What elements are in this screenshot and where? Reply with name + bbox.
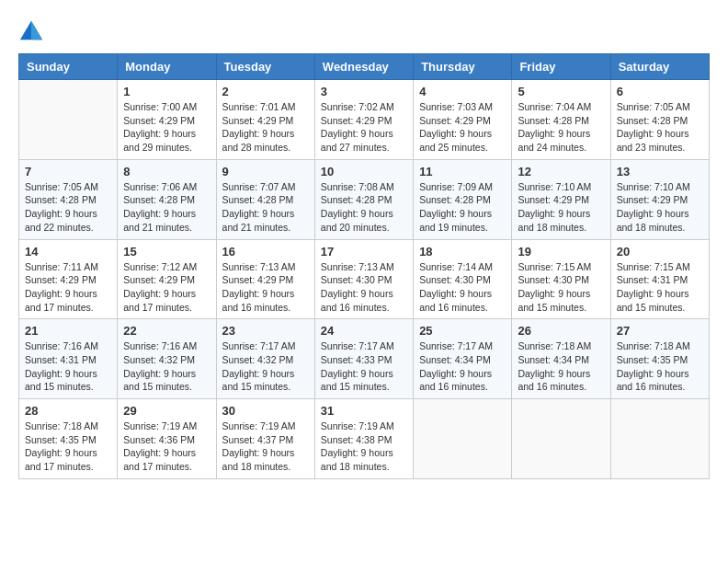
day-info: Sunrise: 7:01 AM Sunset: 4:29 PM Dayligh… <box>222 100 309 155</box>
logo-icon <box>18 18 44 44</box>
day-cell <box>19 80 118 160</box>
day-number: 20 <box>617 245 703 259</box>
day-number: 22 <box>123 324 210 338</box>
day-number: 9 <box>222 165 309 178</box>
day-cell: 29Sunrise: 7:19 AM Sunset: 4:36 PM Dayli… <box>118 399 216 479</box>
week-row-1: 1Sunrise: 7:00 AM Sunset: 4:29 PM Daylig… <box>19 80 710 160</box>
day-info: Sunrise: 7:19 AM Sunset: 4:37 PM Dayligh… <box>222 419 309 474</box>
day-cell <box>414 399 512 479</box>
day-number: 14 <box>25 245 111 259</box>
day-cell: 5Sunrise: 7:04 AM Sunset: 4:28 PM Daylig… <box>512 80 610 160</box>
day-info: Sunrise: 7:07 AM Sunset: 4:28 PM Dayligh… <box>222 180 309 235</box>
day-cell: 11Sunrise: 7:09 AM Sunset: 4:28 PM Dayli… <box>414 159 512 239</box>
day-info: Sunrise: 7:12 AM Sunset: 4:29 PM Dayligh… <box>123 260 210 315</box>
day-cell: 23Sunrise: 7:17 AM Sunset: 4:32 PM Dayli… <box>216 319 314 399</box>
day-info: Sunrise: 7:05 AM Sunset: 4:28 PM Dayligh… <box>617 100 703 155</box>
day-number: 5 <box>518 85 604 98</box>
day-info: Sunrise: 7:15 AM Sunset: 4:31 PM Dayligh… <box>617 260 703 315</box>
header-cell-monday: Monday <box>118 54 216 80</box>
day-cell: 20Sunrise: 7:15 AM Sunset: 4:31 PM Dayli… <box>610 239 709 319</box>
day-cell: 24Sunrise: 7:17 AM Sunset: 4:33 PM Dayli… <box>314 319 413 399</box>
day-cell: 26Sunrise: 7:18 AM Sunset: 4:34 PM Dayli… <box>512 319 610 399</box>
day-info: Sunrise: 7:19 AM Sunset: 4:38 PM Dayligh… <box>321 419 407 474</box>
day-number: 7 <box>25 165 111 178</box>
day-number: 4 <box>419 85 506 98</box>
day-info: Sunrise: 7:06 AM Sunset: 4:28 PM Dayligh… <box>123 180 210 235</box>
day-info: Sunrise: 7:09 AM Sunset: 4:28 PM Dayligh… <box>419 180 506 235</box>
day-cell: 28Sunrise: 7:18 AM Sunset: 4:35 PM Dayli… <box>19 399 118 479</box>
day-cell: 4Sunrise: 7:03 AM Sunset: 4:29 PM Daylig… <box>414 80 512 160</box>
day-info: Sunrise: 7:10 AM Sunset: 4:29 PM Dayligh… <box>518 180 604 235</box>
week-row-5: 28Sunrise: 7:18 AM Sunset: 4:35 PM Dayli… <box>19 399 710 479</box>
day-number: 19 <box>518 245 604 259</box>
day-info: Sunrise: 7:18 AM Sunset: 4:35 PM Dayligh… <box>25 419 111 474</box>
day-number: 6 <box>617 85 703 98</box>
day-cell: 15Sunrise: 7:12 AM Sunset: 4:29 PM Dayli… <box>118 239 216 319</box>
day-number: 31 <box>321 404 407 418</box>
day-info: Sunrise: 7:18 AM Sunset: 4:35 PM Dayligh… <box>617 339 703 394</box>
day-info: Sunrise: 7:00 AM Sunset: 4:29 PM Dayligh… <box>123 100 210 155</box>
day-cell: 6Sunrise: 7:05 AM Sunset: 4:28 PM Daylig… <box>610 80 709 160</box>
day-cell: 8Sunrise: 7:06 AM Sunset: 4:28 PM Daylig… <box>118 159 216 239</box>
logo <box>18 18 48 44</box>
day-number: 18 <box>419 245 506 259</box>
day-cell: 18Sunrise: 7:14 AM Sunset: 4:30 PM Dayli… <box>414 239 512 319</box>
day-cell: 17Sunrise: 7:13 AM Sunset: 4:30 PM Dayli… <box>314 239 413 319</box>
day-cell: 27Sunrise: 7:18 AM Sunset: 4:35 PM Dayli… <box>610 319 709 399</box>
day-info: Sunrise: 7:13 AM Sunset: 4:29 PM Dayligh… <box>222 260 309 315</box>
day-cell: 10Sunrise: 7:08 AM Sunset: 4:28 PM Dayli… <box>314 159 413 239</box>
day-number: 8 <box>123 165 210 178</box>
day-cell: 3Sunrise: 7:02 AM Sunset: 4:29 PM Daylig… <box>314 80 413 160</box>
day-cell: 9Sunrise: 7:07 AM Sunset: 4:28 PM Daylig… <box>216 159 314 239</box>
day-info: Sunrise: 7:14 AM Sunset: 4:30 PM Dayligh… <box>419 260 506 315</box>
day-cell: 19Sunrise: 7:15 AM Sunset: 4:30 PM Dayli… <box>512 239 610 319</box>
header-cell-wednesday: Wednesday <box>314 54 413 80</box>
calendar-header: SundayMondayTuesdayWednesdayThursdayFrid… <box>19 54 710 80</box>
header-cell-sunday: Sunday <box>19 54 118 80</box>
day-cell: 2Sunrise: 7:01 AM Sunset: 4:29 PM Daylig… <box>216 80 314 160</box>
day-info: Sunrise: 7:16 AM Sunset: 4:32 PM Dayligh… <box>123 339 210 394</box>
day-number: 29 <box>123 404 210 418</box>
day-info: Sunrise: 7:08 AM Sunset: 4:28 PM Dayligh… <box>321 180 407 235</box>
day-number: 1 <box>123 85 210 98</box>
day-number: 2 <box>222 85 309 98</box>
day-cell: 1Sunrise: 7:00 AM Sunset: 4:29 PM Daylig… <box>118 80 216 160</box>
calendar: SundayMondayTuesdayWednesdayThursdayFrid… <box>18 53 710 479</box>
day-info: Sunrise: 7:11 AM Sunset: 4:29 PM Dayligh… <box>25 260 111 315</box>
day-number: 11 <box>419 165 506 178</box>
day-number: 17 <box>321 245 407 259</box>
day-number: 28 <box>25 404 111 418</box>
day-number: 13 <box>617 165 703 178</box>
day-number: 3 <box>321 85 407 98</box>
day-info: Sunrise: 7:13 AM Sunset: 4:30 PM Dayligh… <box>321 260 407 315</box>
week-row-4: 21Sunrise: 7:16 AM Sunset: 4:31 PM Dayli… <box>19 319 710 399</box>
header-cell-tuesday: Tuesday <box>216 54 314 80</box>
day-number: 30 <box>222 404 309 418</box>
day-info: Sunrise: 7:18 AM Sunset: 4:34 PM Dayligh… <box>518 339 604 394</box>
day-info: Sunrise: 7:03 AM Sunset: 4:29 PM Dayligh… <box>419 100 506 155</box>
header-cell-saturday: Saturday <box>610 54 709 80</box>
day-cell: 30Sunrise: 7:19 AM Sunset: 4:37 PM Dayli… <box>216 399 314 479</box>
day-cell: 22Sunrise: 7:16 AM Sunset: 4:32 PM Dayli… <box>118 319 216 399</box>
day-info: Sunrise: 7:10 AM Sunset: 4:29 PM Dayligh… <box>617 180 703 235</box>
day-cell: 16Sunrise: 7:13 AM Sunset: 4:29 PM Dayli… <box>216 239 314 319</box>
day-number: 24 <box>321 324 407 338</box>
svg-marker-1 <box>31 21 42 40</box>
day-number: 27 <box>617 324 703 338</box>
day-info: Sunrise: 7:17 AM Sunset: 4:33 PM Dayligh… <box>321 339 407 394</box>
page-header <box>18 18 710 44</box>
header-row: SundayMondayTuesdayWednesdayThursdayFrid… <box>19 54 710 80</box>
day-number: 10 <box>321 165 407 178</box>
day-number: 25 <box>419 324 506 338</box>
week-row-3: 14Sunrise: 7:11 AM Sunset: 4:29 PM Dayli… <box>19 239 710 319</box>
day-cell: 21Sunrise: 7:16 AM Sunset: 4:31 PM Dayli… <box>19 319 118 399</box>
day-cell: 13Sunrise: 7:10 AM Sunset: 4:29 PM Dayli… <box>610 159 709 239</box>
day-info: Sunrise: 7:04 AM Sunset: 4:28 PM Dayligh… <box>518 100 604 155</box>
day-info: Sunrise: 7:05 AM Sunset: 4:28 PM Dayligh… <box>25 180 111 235</box>
calendar-body: 1Sunrise: 7:00 AM Sunset: 4:29 PM Daylig… <box>19 80 710 479</box>
day-number: 16 <box>222 245 309 259</box>
day-number: 26 <box>518 324 604 338</box>
day-info: Sunrise: 7:15 AM Sunset: 4:30 PM Dayligh… <box>518 260 604 315</box>
day-info: Sunrise: 7:19 AM Sunset: 4:36 PM Dayligh… <box>123 419 210 474</box>
header-cell-friday: Friday <box>512 54 610 80</box>
